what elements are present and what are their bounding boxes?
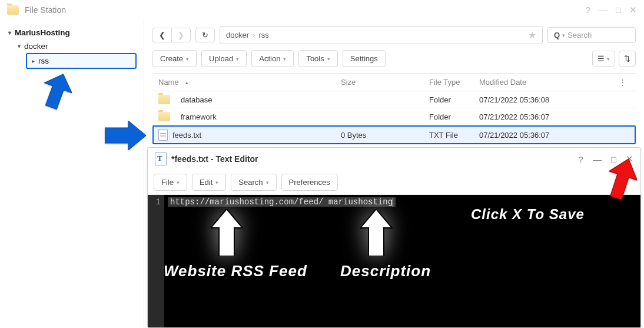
tree-root[interactable]: ▾ MariusHosting [7,26,137,39]
folder-icon [7,5,19,15]
column-menu-icon[interactable]: ⋮ [615,78,630,87]
annotation-arrow-blue [105,121,146,150]
editor-toolbar: File▾ Edit▾ Search▾ Preferences [148,170,640,195]
text-cursor [393,198,393,207]
folder-icon [158,112,170,121]
help-icon[interactable]: ? [586,5,590,15]
annotation-arrow-blue [42,73,72,111]
col-type-header[interactable]: File Type [429,78,479,87]
file-icon [158,129,168,141]
tree-root-label: MariusHosting [15,28,70,37]
search-placeholder: Search [567,31,592,39]
minimize-icon[interactable]: — [593,154,602,164]
refresh-button[interactable]: ↻ [195,28,215,42]
caret-down-icon: ▾ [18,43,21,49]
upload-button[interactable]: Upload▾ [201,50,247,67]
annotation-label: Click X To Save [471,206,585,223]
file-table: Name▴ Size File Type Modified Date ⋮ dat… [152,73,636,144]
breadcrumb-seg[interactable]: docker [226,31,249,39]
table-header: Name▴ Size File Type Modified Date ⋮ [152,74,636,91]
code-url: https://mariushosting.com/feed/ [170,197,323,207]
nav-back-button[interactable]: ❮ [152,28,171,42]
table-row[interactable]: database Folder 07/21/2022 05:36:08 [152,91,636,108]
line-gutter: 1 [148,195,164,327]
text-editor-icon [155,153,167,165]
star-icon[interactable]: ★ [528,29,536,41]
nav-forward-button[interactable]: ❯ [171,28,191,42]
annotation-arrow-white [211,209,243,256]
minimize-icon[interactable]: — [599,5,608,15]
file-menu[interactable]: File▾ [154,174,187,191]
tree-item-label: rss [38,57,49,65]
app-title: File Station [25,5,66,15]
edit-menu[interactable]: Edit▾ [192,174,226,191]
breadcrumb[interactable]: docker › rss ★ [220,26,543,44]
annotation-arrow-red [608,158,637,199]
caret-down-icon: ▾ [8,29,11,36]
search-input[interactable]: Q▾ Search [547,27,636,43]
search-menu[interactable]: Search▾ [231,174,276,191]
tree-item-label: docker [24,42,48,51]
tools-button[interactable]: Tools▾ [298,50,337,67]
chevron-down-icon: ▾ [562,32,565,38]
close-icon[interactable]: ✕ [629,5,637,15]
help-icon[interactable]: ? [579,154,583,164]
titlebar: File Station ? — □ ✕ [0,0,644,20]
sort-asc-icon: ▴ [185,79,188,85]
editor-titlebar: *feeds.txt - Text Editor ? — □ ✕ [148,148,640,170]
table-row[interactable]: framework Folder 07/21/2022 05:36:07 [152,108,636,125]
create-button[interactable]: Create▾ [152,50,197,67]
annotation-label: Description [340,262,431,280]
col-size-header[interactable]: Size [341,78,429,87]
settings-button[interactable]: Settings [343,50,386,67]
view-list-button[interactable]: ☰▾ [592,51,615,67]
breadcrumb-seg[interactable]: rss [258,31,268,39]
tree-item-docker[interactable]: ▾ docker [16,39,137,53]
folder-icon [158,95,170,104]
editor-title: *feeds.txt - Text Editor [171,154,258,164]
search-icon: Q [554,31,560,39]
table-row-selected[interactable]: feeds.txt 0 Bytes TXT File 07/21/2022 05… [152,125,636,144]
preferences-button[interactable]: Preferences [281,174,338,191]
sort-button[interactable]: ⇅ [619,51,636,67]
chevron-right-icon: › [253,31,255,39]
caret-right-icon: ▸ [32,58,35,64]
col-date-header[interactable]: Modified Date [479,78,615,87]
sidebar: ▾ MariusHosting ▾ docker ▸ rss [0,20,144,327]
code-desc: mariushosting [323,197,393,207]
annotation-arrow-white [360,209,393,256]
col-name-header[interactable]: Name▴ [158,78,341,87]
tree-item-rss[interactable]: ▸ rss [26,53,137,69]
annotation-label: Website RSS Feed [164,262,307,280]
action-button[interactable]: Action▾ [251,50,294,67]
maximize-icon[interactable]: □ [616,5,621,15]
